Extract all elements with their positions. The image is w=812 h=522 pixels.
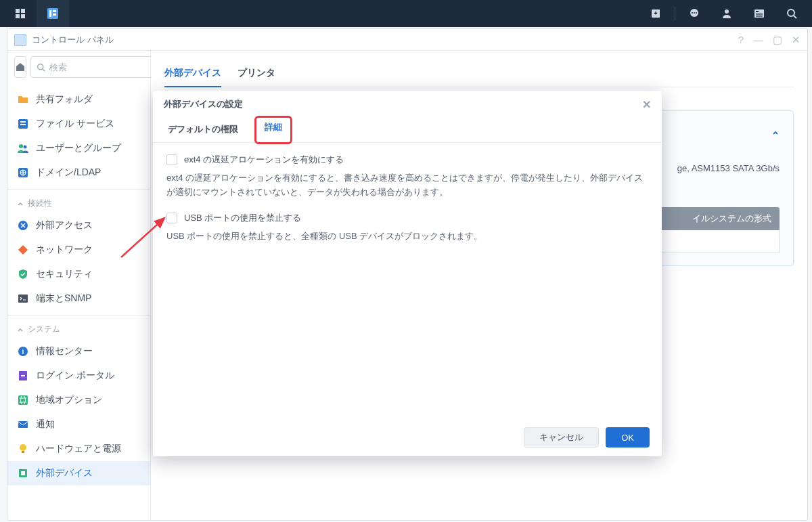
sidebar-item-label: 通知 [36, 418, 55, 431]
chevron-up-icon [17, 326, 24, 333]
chevron-up-icon [771, 129, 780, 137]
svg-rect-17 [756, 16, 763, 17]
info-icon: i [17, 345, 29, 357]
control-panel-icon [47, 7, 59, 20]
dialog-tab-advanced[interactable]: 詳細 [254, 116, 292, 144]
sidebar-item-label: ドメイン/LDAP [36, 167, 101, 179]
close-window-button[interactable]: ✕ [792, 34, 800, 46]
help-text-ext4: ext4 の遅延アロケーションを有効にすると、書き込み速度を高めることはできます… [166, 171, 648, 200]
checkbox-ext4-delayed-allocation[interactable] [166, 154, 177, 165]
maximize-button[interactable]: ▢ [773, 34, 782, 46]
sidebar-item-label: 外部デバイス [36, 467, 93, 479]
checkbox-disable-usb-ports[interactable] [166, 213, 177, 223]
svg-rect-7 [53, 14, 56, 16]
lightbulb-icon [17, 443, 29, 455]
taskbar-search-button[interactable] [775, 0, 808, 27]
tab-external-devices[interactable]: 外部デバイス [164, 62, 221, 87]
sidebar-item-label: ユーザーとグループ [36, 142, 121, 154]
taskbar-divider [675, 6, 675, 21]
svg-rect-31 [18, 295, 28, 303]
chat-icon [689, 8, 700, 19]
taskbar-widgets-button[interactable] [743, 0, 775, 27]
sidebar-item-users-groups[interactable]: ユーザーとグループ [7, 136, 150, 160]
search-input[interactable] [49, 62, 151, 72]
svg-rect-39 [22, 451, 24, 453]
terminal-icon [17, 292, 29, 305]
svg-rect-24 [20, 124, 26, 125]
svg-rect-23 [20, 121, 26, 123]
sidebar-item-network[interactable]: ネットワーク [7, 238, 150, 262]
dialog-close-button[interactable]: ✕ [642, 98, 651, 111]
svg-rect-5 [49, 10, 51, 17]
network-icon [17, 244, 29, 256]
svg-rect-0 [16, 9, 20, 13]
sidebar-item-label: 地域オプション [36, 394, 102, 406]
chevron-up-icon [17, 200, 24, 207]
search-icon [786, 8, 797, 19]
sidebar-divider [7, 315, 150, 316]
domain-icon [17, 167, 29, 179]
sidebar-item-file-services[interactable]: ファイル サービス [7, 112, 150, 136]
search-icon [37, 63, 45, 72]
svg-point-20 [38, 64, 43, 69]
download-icon [650, 8, 661, 19]
svg-rect-35 [21, 375, 25, 376]
widgets-icon [754, 8, 765, 19]
sidebar-item-terminal-snmp[interactable]: 端末とSNMP [7, 286, 150, 311]
folder-icon [17, 93, 29, 106]
home-button[interactable] [14, 56, 26, 78]
sidebar-item-label: 外部アクセス [36, 219, 93, 232]
external-device-settings-dialog: 外部デバイスの設定 ✕ デフォルトの権限 詳細 ext4 の遅延アロケーションを… [153, 91, 662, 456]
svg-point-25 [19, 144, 23, 148]
dialog-tab-default-permissions[interactable]: デフォルトの権限 [164, 118, 242, 142]
home-icon [15, 62, 26, 72]
taskbar-download-button[interactable] [639, 0, 672, 27]
window-app-icon [14, 34, 26, 46]
help-text-usb: USB ポートの使用を禁止すると、全種類の USB デバイスがブロックされます。 [166, 230, 648, 244]
dialog-title: 外部デバイスの設定 [164, 98, 243, 110]
sidebar-item-label: 端末とSNMP [36, 292, 91, 305]
ok-button[interactable]: OK [606, 427, 650, 448]
sidebar-item-label: ハードウェアと電源 [36, 443, 121, 455]
sidebar-section-connectivity[interactable]: 接続性 [7, 194, 150, 213]
sidebar-item-external-access[interactable]: 外部アクセス [7, 213, 150, 238]
svg-rect-6 [53, 10, 56, 12]
taskbar-chat-button[interactable] [678, 0, 710, 27]
sidebar-item-security[interactable]: セキュリティ [7, 262, 150, 286]
sidebar-search[interactable] [30, 56, 151, 78]
minimize-button[interactable]: — [753, 34, 763, 46]
svg-point-38 [20, 444, 26, 451]
sidebar-item-label: ログイン ポータル [36, 370, 114, 382]
notification-icon [17, 418, 29, 431]
sidebar-item-label: ネットワーク [36, 244, 93, 256]
sidebar-item-regional-options[interactable]: 地域オプション [7, 388, 150, 412]
sidebar: 共有フォルダ ファイル サービス ユーザーとグループ ドメイン/LDAP [7, 51, 151, 520]
sidebar-item-info-center[interactable]: i 情報センター [7, 339, 150, 364]
shield-icon [17, 268, 29, 280]
sidebar-item-login-portal[interactable]: ログイン ポータル [7, 364, 150, 388]
sidebar-item-external-devices[interactable]: 外部デバイス [7, 461, 150, 485]
cancel-button[interactable]: キャンセル [524, 427, 599, 448]
main-menu-button[interactable] [4, 0, 37, 27]
tab-printer[interactable]: プリンタ [238, 62, 275, 87]
svg-point-12 [696, 12, 697, 14]
sidebar-section-system[interactable]: システム [7, 320, 150, 339]
svg-rect-2 [16, 14, 20, 18]
collapse-toggle[interactable] [771, 129, 780, 139]
taskbar-app-control-panel[interactable] [37, 0, 69, 27]
sidebar-item-notification[interactable]: 通知 [7, 412, 150, 437]
sidebar-item-domain-ldap[interactable]: ドメイン/LDAP [7, 160, 150, 185]
svg-point-11 [694, 12, 695, 14]
help-button[interactable]: ? [738, 34, 744, 46]
window-title: コントロール パネル [32, 34, 114, 46]
grid-icon [15, 8, 26, 19]
user-icon [721, 8, 732, 19]
file-service-icon [17, 118, 29, 130]
external-device-icon [17, 467, 29, 479]
sidebar-item-hardware-power[interactable]: ハードウェアと電源 [7, 437, 150, 461]
taskbar-user-button[interactable] [710, 0, 743, 27]
checkbox-label: ext4 の遅延アロケーションを有効にする [184, 154, 344, 166]
region-icon [17, 394, 29, 406]
sidebar-item-shared-folder[interactable]: 共有フォルダ [7, 87, 150, 112]
sidebar-item-label: ファイル サービス [36, 118, 114, 130]
